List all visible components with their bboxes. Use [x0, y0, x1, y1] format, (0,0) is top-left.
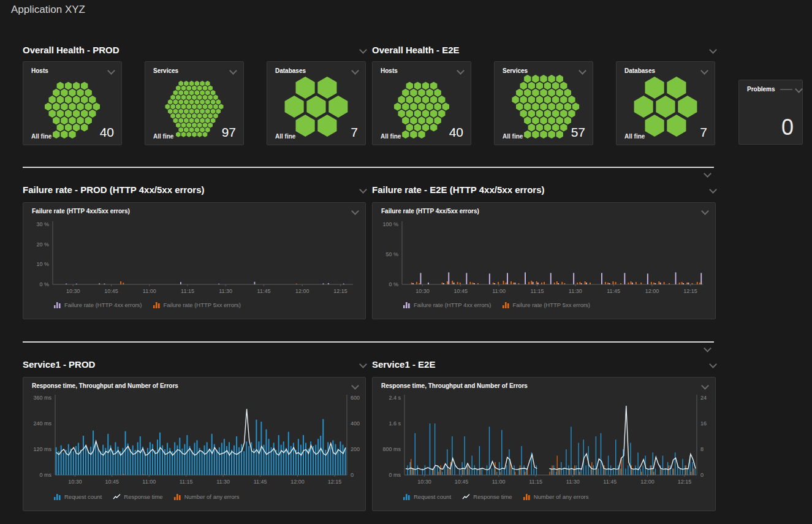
- chart-tile-service1-prod[interactable]: Response time, Throughput and Number of …: [23, 377, 366, 511]
- chart-tile-failure-prod[interactable]: Failure rate (HTTP 4xx/5xx errors) 0 %10…: [23, 202, 366, 319]
- chevron-down-icon[interactable]: [579, 67, 586, 75]
- failure-e2e-chart: 0 %50 %100 %10:3010:4511:0011:1511:3011:…: [373, 216, 715, 302]
- legend-line-icon: [113, 493, 121, 500]
- collapse-section-icon[interactable]: [704, 344, 711, 352]
- chevron-down-icon[interactable]: [795, 85, 803, 93]
- failure-prod-chart: 0 %10 %20 %30 %10:3010:4511:0011:1511:30…: [23, 216, 365, 302]
- chevron-down-icon[interactable]: [701, 207, 709, 215]
- svg-text:12:15: 12:15: [333, 288, 347, 294]
- tile-databases-prod[interactable]: Databases All fine7: [267, 61, 366, 145]
- svg-text:10:45: 10:45: [105, 479, 120, 485]
- chevron-down-icon[interactable]: [351, 67, 359, 75]
- svg-text:12:15: 12:15: [328, 479, 342, 485]
- chevron-down-icon[interactable]: [351, 382, 359, 390]
- tile-problems[interactable]: Problems 0: [738, 80, 803, 145]
- svg-text:12:00: 12:00: [290, 479, 305, 485]
- legend-bars-icon: [54, 493, 61, 500]
- section-header-failure-prod: Failure rate - PROD (HTTP 4xx/5xx errors…: [23, 184, 366, 195]
- legend-bars-icon: [403, 302, 411, 308]
- legend-bars-icon: [54, 302, 61, 308]
- svg-text:10 %: 10 %: [36, 261, 49, 267]
- svg-text:0: 0: [700, 472, 704, 478]
- problems-sparkline: [780, 89, 792, 90]
- chevron-down-icon[interactable]: [351, 207, 359, 215]
- service1-prod-chart: 0 ms120 ms240 ms360 ms020040060010:3010:…: [23, 390, 365, 493]
- chart-tile-failure-e2e[interactable]: Failure rate (HTTP 4xx/5xx errors) 0 %50…: [372, 202, 716, 319]
- legend-item[interactable]: Failure rate (HTTP 5xx errors): [153, 302, 241, 308]
- svg-text:100 %: 100 %: [382, 221, 398, 227]
- status-text: All fine: [624, 133, 645, 140]
- section-title: Overall Health - E2E: [372, 45, 460, 55]
- legend-item[interactable]: Response time: [462, 493, 512, 500]
- entity-count: 97: [222, 125, 236, 140]
- chart-tile-service1-e2e[interactable]: Response time, Throughput and Number of …: [372, 377, 716, 511]
- chevron-down-icon[interactable]: [229, 67, 237, 75]
- svg-text:24: 24: [700, 395, 707, 401]
- chevron-down-icon[interactable]: [359, 46, 367, 54]
- svg-text:11:30: 11:30: [569, 288, 582, 294]
- chevron-down-icon[interactable]: [359, 186, 367, 194]
- section-header-overall-health-prod: Overall Health - PROD: [23, 45, 366, 55]
- tile-hosts-e2e[interactable]: Hosts All fine40: [372, 61, 471, 145]
- legend-item[interactable]: Response time: [113, 493, 162, 500]
- svg-text:12:00: 12:00: [640, 479, 655, 485]
- legend-item[interactable]: Request count: [403, 493, 451, 500]
- chevron-down-icon[interactable]: [107, 67, 115, 75]
- svg-text:11:30: 11:30: [216, 479, 230, 485]
- tile-title: Databases: [624, 67, 655, 74]
- svg-text:11:00: 11:00: [143, 288, 156, 294]
- tile-services-prod[interactable]: Services All fine97: [145, 61, 244, 145]
- legend-item[interactable]: Failure rate (HTTP 4xx errors): [403, 302, 491, 308]
- svg-text:10:45: 10:45: [104, 288, 118, 294]
- section-divider: [23, 167, 714, 168]
- entity-count: 40: [449, 125, 463, 140]
- tile-databases-e2e[interactable]: Databases All fine7: [616, 61, 715, 145]
- svg-text:800 ms: 800 ms: [382, 446, 401, 452]
- svg-text:10:45: 10:45: [455, 479, 469, 485]
- section-header-failure-e2e: Failure rate - E2E (HTTP 4xx/5xx errors): [372, 184, 716, 195]
- legend-bars-icon: [403, 493, 411, 500]
- chart-title: Response time, Throughput and Number of …: [381, 382, 528, 389]
- chevron-down-icon[interactable]: [359, 360, 367, 368]
- chevron-down-icon[interactable]: [709, 46, 717, 54]
- svg-text:360 ms: 360 ms: [33, 395, 51, 401]
- svg-text:2.4 s: 2.4 s: [389, 395, 401, 401]
- svg-text:12:15: 12:15: [678, 479, 692, 485]
- entity-count: 7: [700, 125, 707, 140]
- svg-text:0: 0: [351, 472, 354, 478]
- status-text: All fine: [275, 133, 295, 140]
- tile-title: Services: [153, 67, 178, 74]
- status-text: All fine: [31, 133, 51, 140]
- legend-item[interactable]: Failure rate (HTTP 5xx errors): [503, 302, 591, 308]
- svg-text:16: 16: [700, 420, 707, 427]
- collapse-section-icon[interactable]: [704, 170, 711, 178]
- svg-text:0 %: 0 %: [39, 281, 49, 287]
- chart-legend: Request countResponse timeNumber of any …: [403, 493, 715, 500]
- legend-line-icon: [462, 493, 470, 500]
- chevron-down-icon[interactable]: [701, 382, 709, 390]
- page-title: Application XYZ: [11, 4, 85, 16]
- svg-text:11:15: 11:15: [531, 288, 544, 294]
- svg-text:0 ms: 0 ms: [389, 472, 401, 478]
- svg-text:12:15: 12:15: [683, 288, 697, 294]
- svg-text:10:30: 10:30: [68, 479, 82, 485]
- chevron-down-icon[interactable]: [709, 186, 717, 194]
- svg-text:10:30: 10:30: [417, 479, 431, 485]
- chevron-down-icon[interactable]: [709, 360, 717, 368]
- svg-text:11:45: 11:45: [607, 288, 620, 294]
- legend-bars-icon: [174, 493, 181, 500]
- section-title: Service1 - PROD: [23, 359, 95, 370]
- svg-text:12:00: 12:00: [295, 288, 309, 294]
- legend-item[interactable]: Failure rate (HTTP 4xx errors): [54, 302, 142, 308]
- chevron-down-icon[interactable]: [457, 67, 465, 75]
- tile-services-e2e[interactable]: Services All fine57: [494, 61, 593, 145]
- dashboard: Application XYZ Overall Health - PROD Ov…: [0, 0, 812, 524]
- chevron-down-icon[interactable]: [700, 67, 708, 75]
- tile-hosts-prod[interactable]: Hosts All fine40: [23, 61, 122, 145]
- legend-item[interactable]: Number of any errors: [523, 493, 589, 500]
- svg-text:600: 600: [351, 395, 360, 401]
- legend-item[interactable]: Request count: [54, 493, 102, 500]
- legend-item[interactable]: Number of any errors: [174, 493, 240, 500]
- chart-legend: Failure rate (HTTP 4xx errors)Failure ra…: [54, 302, 365, 308]
- svg-text:10:30: 10:30: [66, 288, 80, 294]
